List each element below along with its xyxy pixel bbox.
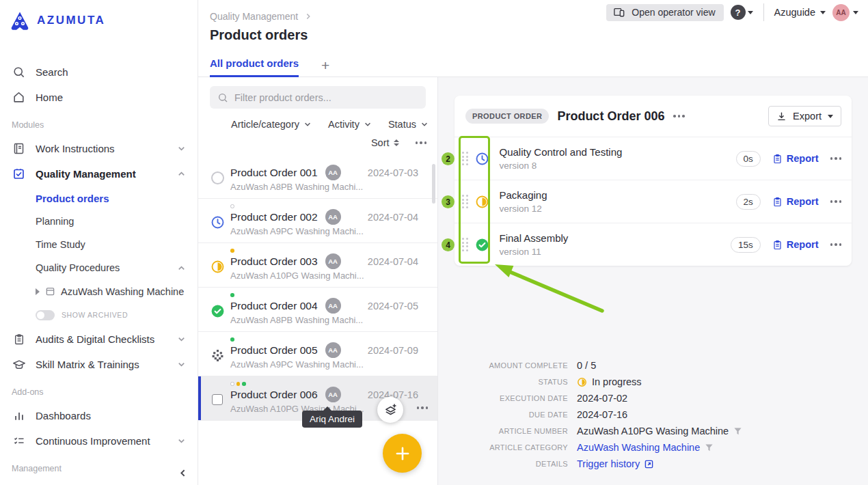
chevron-up-icon xyxy=(177,264,186,273)
step-more-menu[interactable] xyxy=(830,157,842,160)
section-label-addons: Add-ons xyxy=(0,377,198,403)
status-not-started-icon xyxy=(211,171,224,184)
tab-all-product-orders[interactable]: All product orders xyxy=(210,57,299,77)
sidebar-item-skill-matrix[interactable]: Skill Matrix & Trainings xyxy=(0,352,198,377)
caret-down-icon xyxy=(820,11,826,14)
user-menu[interactable]: AA xyxy=(832,4,858,21)
collapse-sidebar-button[interactable] xyxy=(178,468,188,478)
status-filter[interactable]: Status xyxy=(388,119,429,130)
filter-search-box[interactable] xyxy=(210,86,426,109)
external-link-icon xyxy=(645,460,653,469)
show-archived-row: SHOW ARCHIVED xyxy=(0,303,198,327)
chevron-down-icon xyxy=(177,436,186,445)
status-dot xyxy=(236,382,241,386)
amount-complete-value: 0 / 5 xyxy=(577,360,742,371)
tooltip: Ariq Andrei xyxy=(302,411,362,428)
report-link[interactable]: Report xyxy=(772,153,819,164)
article-number-value: AzuWash A10PG Wasing Machine xyxy=(577,426,742,436)
search-icon xyxy=(217,92,228,103)
quality-management-icon xyxy=(12,167,26,181)
list-check-icon xyxy=(12,434,26,448)
chevron-right-icon xyxy=(304,12,312,20)
activity-filter[interactable]: Activity xyxy=(328,119,372,130)
sidebar-item-home[interactable]: Home xyxy=(0,85,198,110)
sidebar-item-audits[interactable]: Audits & Digital Checklists xyxy=(0,327,198,352)
type-badge: PRODUCT ORDER xyxy=(465,109,549,124)
order-row-001[interactable]: Product Order 001 AA 2024-07-03 AzuWash … xyxy=(198,154,437,199)
chevron-down-icon xyxy=(420,120,429,128)
caret-down-icon xyxy=(748,11,753,14)
order-row-002[interactable]: Product Order 002 AA 2024-07-04 AzuWash … xyxy=(198,199,437,243)
sidebar-item-continuous-improvement[interactable]: Continuous Improvement xyxy=(0,428,198,454)
sidebar-item-quality-procedures[interactable]: Quality Procedures xyxy=(0,256,198,279)
sidebar-item-quality-management[interactable]: Quality Management xyxy=(0,161,198,186)
add-to-stack-button[interactable] xyxy=(377,397,403,423)
order-detail-panel: PRODUCT ORDER Product Order 006 Export Q… xyxy=(438,77,868,485)
step-row-packaging[interactable]: Packaging version 12 2s Report xyxy=(455,180,852,223)
funnel-filter-icon[interactable] xyxy=(705,443,714,452)
logo[interactable]: AZUMUTA xyxy=(0,0,198,31)
chevron-down-icon xyxy=(364,120,372,128)
status-dot xyxy=(230,382,234,386)
sidebar-item-azuwash-washing-machine[interactable]: AzuWash Washing Machine xyxy=(0,279,198,303)
drag-handle[interactable] xyxy=(462,195,468,208)
order-row-004[interactable]: Product Order 004 AA 2024-07-05 AzuWash … xyxy=(198,288,437,332)
status-planned-icon xyxy=(210,214,225,230)
add-tab-button[interactable]: + xyxy=(321,58,329,77)
avatar: AA xyxy=(832,4,850,21)
report-link[interactable]: Report xyxy=(772,239,819,250)
filter-product-orders-input[interactable] xyxy=(234,92,418,103)
order-details: AMOUNT COMPLETE 0 / 5 STATUS In progress… xyxy=(438,360,742,469)
help-menu[interactable]: ? xyxy=(731,5,753,20)
breadcrumb[interactable]: Quality Management xyxy=(210,11,312,22)
step-row-quality-control[interactable]: Quality Control and Testing version 8 0s… xyxy=(455,137,852,180)
book-icon xyxy=(12,141,26,156)
open-operator-view-button[interactable]: Open operator view xyxy=(606,4,723,21)
order-more-menu[interactable] xyxy=(673,115,685,117)
list-scrollbar[interactable] xyxy=(432,164,435,204)
report-link[interactable]: Report xyxy=(772,196,819,207)
order-row-003[interactable]: Product Order 003 AA 2024-07-04 AzuWash … xyxy=(198,243,437,288)
graduation-cap-icon xyxy=(12,357,26,372)
sidebar-item-product-orders[interactable]: Product orders xyxy=(0,186,198,210)
download-icon xyxy=(776,111,787,122)
page-header: Quality Management Product orders All pr… xyxy=(198,0,868,77)
sidebar-item-search[interactable]: Search xyxy=(0,59,198,85)
report-icon xyxy=(772,197,783,207)
drag-handle[interactable] xyxy=(462,238,468,251)
export-button[interactable]: Export xyxy=(768,106,841,126)
status-completed-icon xyxy=(475,237,490,252)
drag-handle[interactable] xyxy=(462,152,468,165)
product-orders-list-panel: Article/category Activity Status Sort Pr… xyxy=(198,77,438,485)
row-checkbox[interactable] xyxy=(212,394,223,405)
create-product-order-button[interactable] xyxy=(383,434,422,473)
brand-name: AZUMUTA xyxy=(37,14,105,27)
avatar: AA xyxy=(325,387,341,402)
caret-right-icon[interactable] xyxy=(36,288,40,295)
sort-control[interactable]: Sort xyxy=(371,137,399,148)
article-category-filter[interactable]: Article/category xyxy=(231,119,312,130)
article-category-link[interactable]: AzuWash Washing Machine xyxy=(577,442,742,453)
row-more-menu[interactable] xyxy=(417,406,429,409)
order-title: Product Order 006 xyxy=(557,109,664,124)
azuguide-menu[interactable]: Azuguide xyxy=(774,7,826,18)
sidebar-item-work-instructions[interactable]: Work Instructions xyxy=(0,136,198,161)
sidebar-item-dashboards[interactable]: Dashboards xyxy=(0,403,198,428)
plus-icon xyxy=(394,445,411,462)
list-more-menu[interactable] xyxy=(416,141,427,144)
search-icon xyxy=(12,65,26,79)
clipboard-icon xyxy=(12,332,26,346)
help-icon: ? xyxy=(731,5,746,20)
sidebar-item-time-study[interactable]: Time Study xyxy=(0,233,198,256)
order-row-005[interactable]: Product Order 005 AA 2024-07-09 AzuWash … xyxy=(198,332,437,376)
step-row-final-assembly[interactable]: Final Assembly version 11 15s Report xyxy=(455,223,852,266)
trigger-history-link[interactable]: Trigger history xyxy=(577,458,742,469)
show-archived-toggle[interactable] xyxy=(36,310,55,320)
step-more-menu[interactable] xyxy=(830,200,842,203)
funnel-filter-icon[interactable] xyxy=(733,427,742,436)
sidebar-item-planning[interactable]: Planning xyxy=(0,210,198,233)
step-more-menu[interactable] xyxy=(830,243,842,246)
status-dot xyxy=(230,293,234,297)
product-order-card: PRODUCT ORDER Product Order 006 Export Q… xyxy=(455,96,852,266)
page-title: Product orders xyxy=(210,27,308,43)
